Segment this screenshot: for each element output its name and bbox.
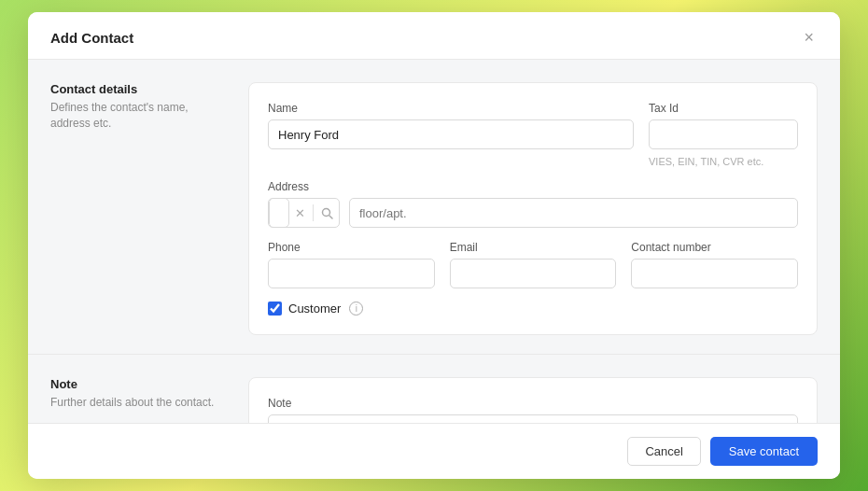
- email-label: Email: [450, 241, 617, 254]
- contact-details-desc: Defines the contact's name, address etc.: [50, 100, 218, 132]
- save-contact-button[interactable]: Save contact: [710, 437, 818, 466]
- address-input[interactable]: [269, 198, 289, 228]
- svg-point-0: [323, 208, 330, 216]
- email-input[interactable]: [450, 259, 617, 288]
- name-label: Name: [268, 102, 634, 115]
- name-field: Name: [268, 102, 634, 149]
- customer-checkbox-label[interactable]: Customer: [288, 302, 341, 316]
- address-main: ✕: [268, 198, 340, 228]
- tax-id-label: Tax Id: [649, 102, 798, 115]
- note-section-title: Note: [50, 377, 218, 391]
- modal-title: Add Contact: [50, 30, 133, 46]
- contact-number-field: Contact number: [631, 241, 798, 288]
- note-field-label: Note: [268, 397, 798, 410]
- phone-input[interactable]: [268, 259, 435, 288]
- svg-line-1: [329, 216, 332, 218]
- address-input-row: ✕: [268, 198, 798, 228]
- contact-details-title: Contact details: [50, 82, 218, 96]
- address-search-button[interactable]: [315, 199, 339, 227]
- name-taxid-row: Name Tax Id VIES, EIN, TIN, CVR etc.: [268, 102, 798, 167]
- name-input[interactable]: [268, 119, 634, 149]
- customer-row: Customer i: [268, 302, 798, 316]
- address-clear-button[interactable]: ✕: [289, 199, 311, 227]
- contact-details-label: Contact details Defines the contact's na…: [50, 82, 218, 335]
- note-content: Note Putting patients first for over 100…: [248, 377, 818, 423]
- email-field: Email: [450, 241, 617, 288]
- note-section-desc: Further details about the contact.: [50, 395, 218, 411]
- address-input-wrap[interactable]: ✕: [268, 198, 340, 228]
- contact-number-label: Contact number: [631, 241, 798, 254]
- address-label: Address: [268, 180, 798, 193]
- contact-number-input[interactable]: [631, 259, 798, 288]
- modal-overlay: Add Contact × Contact details Defines th…: [0, 0, 868, 491]
- contact-details-content: Name Tax Id VIES, EIN, TIN, CVR etc. Add…: [248, 82, 818, 335]
- modal-header: Add Contact ×: [28, 12, 840, 60]
- phone-email-row: Phone Email Contact number: [268, 241, 798, 288]
- tax-id-field: Tax Id VIES, EIN, TIN, CVR etc.: [649, 102, 798, 167]
- tax-id-hint: VIES, EIN, TIN, CVR etc.: [649, 156, 798, 167]
- modal-footer: Cancel Save contact: [28, 423, 840, 479]
- close-button[interactable]: ×: [800, 27, 818, 48]
- note-label-area: Note Further details about the contact.: [50, 377, 218, 423]
- contact-details-section: Contact details Defines the contact's na…: [28, 60, 840, 355]
- note-field: Note Putting patients first for over 100…: [268, 397, 798, 423]
- note-textarea[interactable]: Putting patients first for over 100 year…: [268, 414, 798, 423]
- phone-label: Phone: [268, 241, 435, 254]
- add-contact-modal: Add Contact × Contact details Defines th…: [28, 12, 840, 479]
- address-divider: [313, 204, 314, 221]
- modal-body: Contact details Defines the contact's na…: [28, 60, 840, 423]
- phone-field: Phone: [268, 241, 435, 288]
- note-section: Note Further details about the contact. …: [28, 355, 840, 423]
- address-field: Address ✕: [268, 180, 798, 228]
- customer-info-icon: i: [349, 302, 363, 316]
- customer-checkbox[interactable]: [268, 302, 282, 316]
- cancel-button[interactable]: Cancel: [627, 437, 700, 466]
- floor-input[interactable]: [349, 198, 798, 228]
- address-row: Address ✕: [268, 180, 798, 228]
- tax-id-input[interactable]: [649, 119, 798, 149]
